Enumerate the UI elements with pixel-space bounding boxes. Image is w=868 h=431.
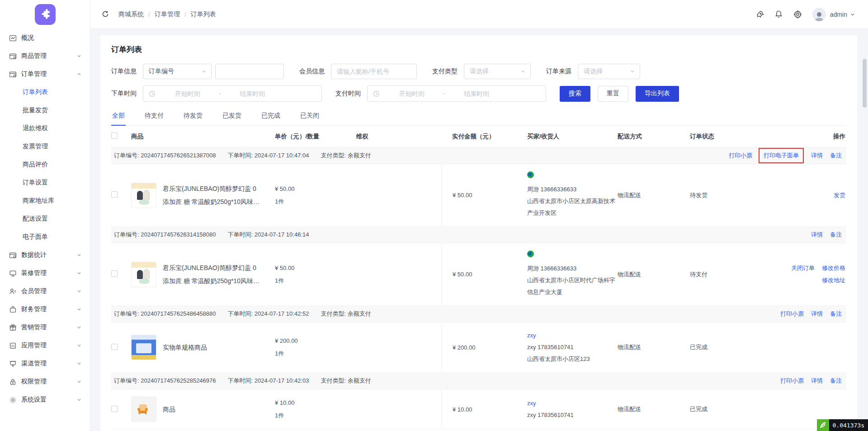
decoration-icon bbox=[9, 270, 17, 277]
sidebar-item-goods[interactable]: 商品管理 bbox=[0, 47, 90, 65]
pay-time-end-input[interactable] bbox=[447, 90, 506, 97]
tab-pending-payment[interactable]: 待支付 bbox=[144, 110, 165, 125]
order-group: 订单编号: 20240717457626521387008 下单时间: 2024… bbox=[111, 147, 846, 227]
detail-link[interactable]: 详情 bbox=[811, 377, 823, 385]
print-receipt-link[interactable]: 打印小票 bbox=[780, 377, 804, 385]
lock-icon bbox=[9, 378, 17, 386]
sidebar-item-members[interactable]: 会员管理 bbox=[0, 282, 90, 300]
print-receipt-link[interactable]: 打印小票 bbox=[729, 152, 752, 160]
remark-link[interactable]: 备注 bbox=[830, 231, 842, 239]
sidebar-item-permissions[interactable]: 权限管理 bbox=[0, 373, 90, 391]
sidebar-item-channels[interactable]: 渠道管理 bbox=[0, 355, 90, 373]
quantity: 1件 bbox=[275, 275, 356, 287]
order-time: 下单时间: 2024-07-17 10:42:03 bbox=[228, 377, 309, 385]
product-name[interactable]: 商品 bbox=[163, 403, 259, 416]
tab-closed[interactable]: 已关闭 bbox=[299, 110, 320, 125]
chevron-down-icon bbox=[201, 69, 207, 74]
product-name[interactable]: 君乐宝(JUNLEBAO)简醇梦幻盖 0添加蔗 糖 常温酸奶250g*10风味酸… bbox=[163, 261, 259, 288]
sidebar-subitem-batch-ship[interactable]: 批量发货 bbox=[0, 101, 90, 119]
sidebar-subitem-merchant-address[interactable]: 商家地址库 bbox=[0, 192, 90, 210]
print-receipt-link[interactable]: 打印小票 bbox=[780, 310, 804, 318]
marketing-icon bbox=[9, 324, 17, 332]
app-logo[interactable] bbox=[0, 0, 90, 29]
sidebar-subitem-reviews[interactable]: 商品评价 bbox=[0, 156, 90, 174]
row-checkbox[interactable] bbox=[111, 191, 118, 198]
remark-link[interactable]: 备注 bbox=[830, 310, 842, 318]
search-button[interactable]: 搜索 bbox=[560, 86, 590, 102]
order-time-end-input[interactable] bbox=[223, 90, 282, 97]
sidebar-subitem-e-waybill[interactable]: 电子面单 bbox=[0, 228, 90, 246]
order-group: 订单编号: 20240717457625285246976 下单时间: 2024… bbox=[111, 373, 846, 430]
product-name[interactable]: 君乐宝(JUNLEBAO)简醇梦幻盖 0添加蔗 糖 常温酸奶250g*10风味酸… bbox=[163, 182, 259, 208]
select-all-checkbox[interactable] bbox=[111, 133, 118, 139]
row-checkbox[interactable] bbox=[111, 406, 118, 412]
order-time-start-input[interactable] bbox=[158, 90, 217, 97]
sidebar-item-decoration[interactable]: 装修管理 bbox=[0, 264, 90, 282]
breadcrumb-item[interactable]: 商城系统 bbox=[118, 10, 144, 19]
page-title: 订单列表 bbox=[111, 44, 846, 55]
overview-icon bbox=[9, 34, 17, 42]
top-bar: 商城系统 / 订单管理 / 订单列表 admin bbox=[90, 0, 868, 29]
pay-type-select[interactable]: 请选择 bbox=[464, 64, 531, 79]
apps-icon bbox=[9, 342, 17, 350]
order-info-input[interactable] bbox=[215, 64, 284, 79]
tab-shipped[interactable]: 已发货 bbox=[222, 110, 242, 125]
ship-link[interactable]: 发货 bbox=[834, 191, 845, 199]
tab-pending-shipment[interactable]: 待发货 bbox=[183, 110, 203, 125]
delivery-method: 物流配送 bbox=[618, 184, 690, 207]
breadcrumb-item[interactable]: 订单列表 bbox=[191, 10, 216, 19]
order-pay-type: 支付类型: 余额支付 bbox=[321, 310, 371, 318]
remark-link[interactable]: 备注 bbox=[830, 152, 842, 160]
product-name[interactable]: 实物单规格商品 bbox=[163, 341, 259, 354]
sidebar-item-statistics[interactable]: 数据统计 bbox=[0, 246, 90, 264]
row-checkbox[interactable] bbox=[111, 344, 118, 350]
pay-time-start-input[interactable] bbox=[382, 90, 441, 97]
tab-all[interactable]: 全部 bbox=[111, 110, 126, 125]
sidebar-subitem-order-settings[interactable]: 订单设置 bbox=[0, 174, 90, 192]
order-pay-type: 支付类型: 余额支付 bbox=[321, 152, 371, 160]
pay-time-range[interactable]: - bbox=[367, 85, 546, 102]
close-order-link[interactable]: 关闭订单 bbox=[791, 264, 815, 272]
refresh-icon[interactable] bbox=[101, 10, 110, 19]
buyer-nickname-link[interactable]: zxy bbox=[527, 400, 536, 407]
sidebar-subitem-refund[interactable]: 退款维权 bbox=[0, 119, 90, 137]
rocket-icon[interactable] bbox=[755, 10, 764, 19]
buyer-nickname-link[interactable]: zxy bbox=[527, 332, 536, 339]
quantity: 1件 bbox=[275, 347, 356, 360]
username[interactable]: admin bbox=[830, 11, 847, 18]
detail-link[interactable]: 详情 bbox=[811, 152, 823, 160]
sidebar-item-overview[interactable]: 概况 bbox=[0, 29, 90, 47]
remark-link[interactable]: 备注 bbox=[830, 377, 842, 385]
sidebar-subitem-delivery-settings[interactable]: 配送设置 bbox=[0, 210, 90, 228]
sidebar-item-settings[interactable]: 系统设置 bbox=[0, 391, 90, 409]
row-checkbox[interactable] bbox=[111, 270, 118, 277]
member-input[interactable] bbox=[331, 64, 417, 79]
order-time-range[interactable]: - bbox=[143, 85, 322, 102]
chevron-down-icon bbox=[76, 325, 82, 330]
gear-icon[interactable] bbox=[793, 10, 802, 19]
sidebar-subitem-order-list[interactable]: 订单列表 bbox=[0, 83, 90, 101]
chevron-down-icon[interactable] bbox=[850, 12, 855, 17]
vertical-scrollbar[interactable] bbox=[863, 59, 867, 108]
breadcrumb-item[interactable]: 订单管理 bbox=[155, 10, 180, 19]
sidebar-item-apps[interactable]: 应用管理 bbox=[0, 336, 90, 355]
modify-address-link[interactable]: 修改地址 bbox=[822, 276, 845, 284]
sidebar-item-finance[interactable]: 财务管理 bbox=[0, 300, 90, 318]
order-source-select[interactable]: 请选择 bbox=[578, 64, 640, 79]
sidebar-subitem-invoice[interactable]: 发票管理 bbox=[0, 137, 90, 156]
sidebar-item-orders[interactable]: 订单管理 bbox=[0, 65, 90, 83]
modify-price-link[interactable]: 修改价格 bbox=[822, 264, 845, 272]
tab-completed[interactable]: 已完成 bbox=[260, 110, 281, 125]
export-button[interactable]: 导出列表 bbox=[636, 86, 679, 102]
debug-time-value: 0.041373s bbox=[829, 419, 868, 431]
bell-icon[interactable] bbox=[774, 10, 783, 19]
user-avatar[interactable] bbox=[812, 8, 826, 21]
print-e-waybill-link[interactable]: 打印电子面单 bbox=[759, 148, 804, 163]
order-info-select[interactable]: 订单编号 bbox=[143, 64, 212, 79]
buyer-avatar bbox=[527, 171, 534, 178]
debug-time-badge: 0.041373s bbox=[817, 419, 868, 431]
detail-link[interactable]: 详情 bbox=[811, 310, 823, 318]
sidebar-item-marketing[interactable]: 营销管理 bbox=[0, 318, 90, 336]
detail-link[interactable]: 详情 bbox=[811, 231, 823, 239]
reset-button[interactable]: 重置 bbox=[598, 86, 628, 102]
